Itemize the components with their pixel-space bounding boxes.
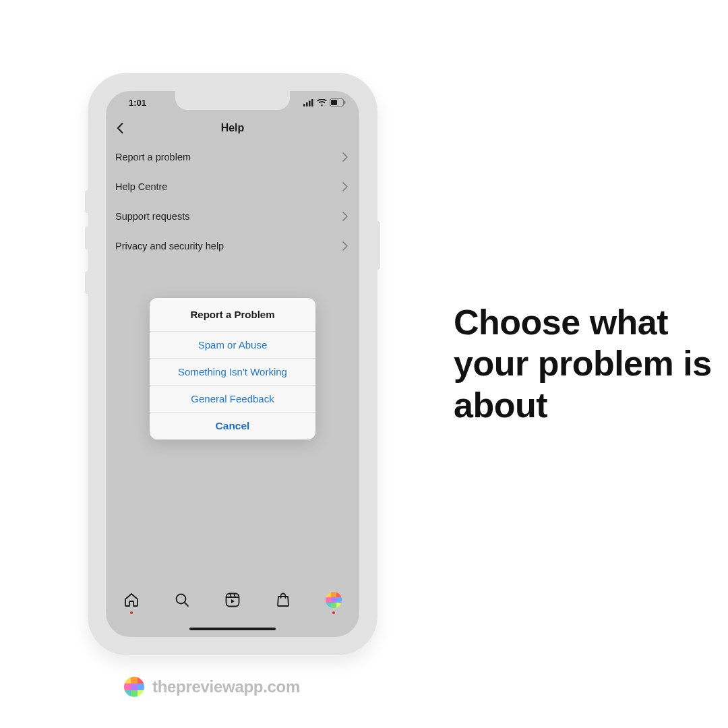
nav-header: Help [106, 114, 359, 142]
svg-rect-8 [226, 594, 239, 607]
dialog-option-spam-abuse[interactable]: Spam or Abuse [150, 332, 315, 359]
svg-rect-3 [311, 99, 313, 107]
phone-frame: 1:01 Help Report a problem Help Centre [88, 73, 377, 655]
dialog-option-general-feedback[interactable]: General Feedback [150, 386, 315, 413]
cellular-icon [303, 99, 314, 107]
home-icon [123, 592, 140, 608]
svg-rect-6 [344, 101, 346, 104]
notification-dot [130, 611, 133, 614]
brand-logo-icon [124, 677, 144, 697]
svg-rect-2 [309, 100, 311, 107]
dialog-option-not-working[interactable]: Something Isn't Working [150, 359, 315, 386]
svg-rect-5 [331, 100, 337, 105]
search-icon [174, 592, 190, 608]
phone-screen: 1:01 Help Report a problem Help Centre [106, 91, 359, 637]
nav-reels[interactable] [224, 591, 241, 609]
menu-item-label: Help Centre [115, 181, 167, 192]
phone-notch [175, 91, 290, 110]
menu-item-label: Support requests [115, 211, 189, 222]
profile-avatar-icon [326, 592, 342, 608]
notification-dot [332, 611, 335, 614]
nav-profile[interactable] [325, 591, 342, 609]
home-indicator[interactable] [189, 628, 276, 630]
reels-icon [224, 592, 241, 608]
svg-rect-1 [306, 102, 308, 106]
brand-url: thepreviewapp.com [152, 677, 300, 696]
status-indicators [303, 98, 346, 107]
menu-item-label: Report a problem [115, 152, 191, 162]
wifi-icon [317, 99, 327, 107]
chevron-right-icon [340, 182, 350, 191]
menu-item-support-requests[interactable]: Support requests [106, 202, 359, 231]
chevron-right-icon [340, 241, 350, 251]
brand-watermark: thepreviewapp.com [124, 677, 300, 697]
help-menu: Report a problem Help Centre Support req… [106, 142, 359, 261]
menu-item-help-centre[interactable]: Help Centre [106, 172, 359, 202]
nav-search[interactable] [173, 591, 191, 609]
menu-item-report-problem[interactable]: Report a problem [106, 142, 359, 172]
svg-rect-0 [303, 104, 305, 107]
chevron-right-icon [340, 212, 350, 221]
shopping-bag-icon [275, 592, 291, 608]
status-time: 1:01 [129, 98, 146, 108]
nav-shop[interactable] [274, 591, 292, 609]
nav-home[interactable] [123, 591, 140, 609]
instruction-heading: Choose what your problem is about [454, 302, 728, 426]
chevron-left-icon [114, 121, 127, 135]
menu-item-label: Privacy and security help [115, 241, 224, 251]
menu-item-privacy-security[interactable]: Privacy and security help [106, 231, 359, 261]
page-title: Help [221, 122, 245, 134]
dialog-cancel-button[interactable]: Cancel [150, 413, 315, 439]
chevron-right-icon [340, 152, 350, 162]
report-problem-dialog: Report a Problem Spam or Abuse Something… [150, 298, 315, 439]
battery-icon [330, 98, 346, 107]
dialog-title: Report a Problem [150, 298, 315, 332]
back-button[interactable] [114, 121, 127, 135]
